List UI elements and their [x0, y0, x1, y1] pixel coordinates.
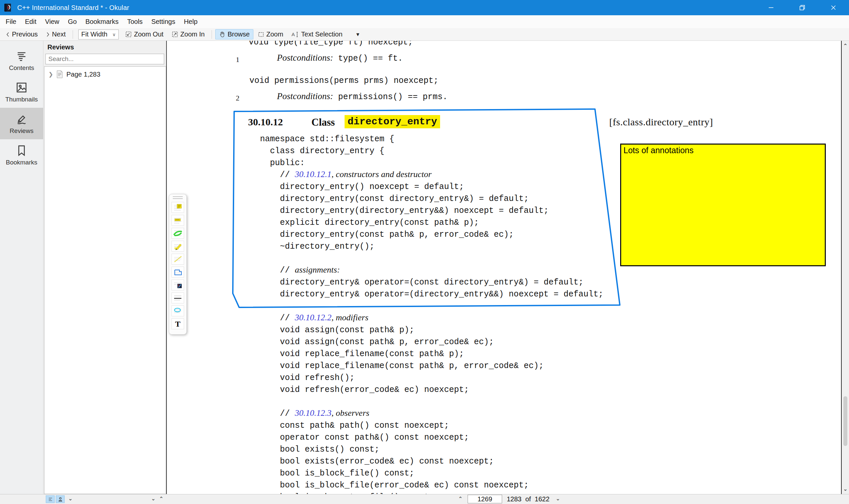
menu-item[interactable]: Settings	[147, 15, 179, 28]
code-line: // 30.10.12.2, modifiers	[260, 312, 603, 324]
zoom-marquee-icon	[258, 31, 264, 38]
toolbar-drag-handle[interactable]	[173, 196, 183, 199]
scroll-up-icon[interactable]: ⌃	[842, 43, 849, 49]
tool-stamp-button[interactable]	[171, 280, 184, 290]
close-icon	[830, 4, 837, 11]
code-line: // 30.10.12.1, constructors and destruct…	[260, 168, 603, 180]
menu-item[interactable]: Tools	[123, 15, 147, 28]
tool-inline-note-button[interactable]	[171, 215, 184, 226]
code-line: const path& path() const noexcept;	[260, 419, 603, 431]
previous-button[interactable]: Previous	[2, 29, 41, 39]
menu-bar: FileEditViewGoBookmarksToolsSettingsHelp	[0, 15, 849, 28]
code-line: // 30.10.12.3, observers	[260, 407, 603, 419]
code-line: namespace std::filesystem {	[260, 133, 603, 145]
tool-dropdown-arrow[interactable]: ▼	[356, 32, 361, 37]
collapse-all-icon[interactable]: ⌄	[151, 496, 156, 502]
restore-button[interactable]	[787, 0, 818, 15]
document-scrollbar[interactable]: ⌃ ⌄	[841, 41, 849, 494]
hand-browse-icon	[219, 31, 225, 38]
popup-note-icon	[173, 203, 183, 212]
tool-popup-note-button[interactable]	[171, 202, 184, 213]
reviews-tree-item[interactable]: ❯ Page 1,283	[44, 67, 166, 80]
sticky-note-annotation[interactable]: Lots of annotations	[620, 144, 826, 266]
tool-green-freehand-button[interactable]	[171, 228, 184, 239]
page-down-icon[interactable]: ⌄	[556, 496, 560, 502]
zoom-mode-combobox[interactable]: Fit Width ∨	[78, 30, 119, 39]
person-icon	[58, 497, 63, 502]
menu-item[interactable]: Edit	[21, 15, 40, 28]
code-line: void refresh();	[260, 371, 603, 383]
doc-postconditions-line: Postconditions: type() == ft.	[277, 53, 403, 63]
annotation-page-icon	[56, 70, 64, 78]
sidebar-item-label: Contents	[9, 64, 34, 72]
postconditions-label: Postconditions:	[277, 53, 333, 63]
text-selection-icon: A	[291, 31, 299, 38]
sidebar-item-reviews[interactable]: Reviews	[0, 108, 43, 139]
highlighted-class-name[interactable]: directory_entry	[345, 115, 440, 128]
expand-all-icon[interactable]: ⌃	[159, 496, 163, 502]
code-line: ~directory_entry();	[260, 240, 603, 252]
tool-typewriter-button[interactable]: T	[171, 318, 184, 329]
bookmarks-icon	[15, 144, 28, 157]
previous-label: Previous	[12, 31, 38, 38]
page-count-label: 1283 of 1622	[507, 496, 549, 503]
sidebar-item-contents[interactable]: Contents	[0, 45, 43, 76]
stamp-icon	[173, 281, 183, 289]
zoom-tool-button[interactable]: Zoom	[254, 29, 287, 39]
blue-polygon-icon	[173, 268, 183, 276]
okular-window: C++ International Standard * - Okular Fi…	[0, 0, 849, 504]
code-line: void refresh(error_code& ec) noexcept;	[260, 383, 603, 395]
expander-chevron-icon[interactable]: ❯	[49, 71, 53, 78]
code-line	[260, 252, 603, 264]
postconditions-label: Postconditions:	[277, 91, 333, 101]
reviews-panel: Reviews ❯ Page 1,283	[43, 41, 166, 494]
code-line: void replace_filename(const path& p);	[260, 347, 603, 359]
reviews-search-input[interactable]	[46, 54, 164, 64]
sidebar-item-label: Reviews	[10, 127, 34, 134]
code-line	[260, 395, 603, 407]
scroll-down-icon[interactable]: ⌄	[842, 486, 849, 492]
sidebar-item-bookmarks[interactable]: Bookmarks	[0, 139, 43, 171]
next-button[interactable]: Next	[42, 29, 69, 39]
doc-code-line: void permissions(perms prms) noexcept;	[249, 76, 438, 86]
sort-by-author-toggle[interactable]	[56, 496, 65, 503]
minimize-button[interactable]	[756, 0, 787, 15]
text-selection-label: Text Selection	[301, 31, 343, 38]
thumbnails-icon	[15, 81, 28, 94]
tool-black-underline-button[interactable]	[171, 292, 184, 303]
page-up-icon[interactable]: ⌃	[458, 496, 463, 502]
browse-label: Browse	[228, 31, 250, 38]
close-button[interactable]	[818, 0, 849, 15]
zoom-out-icon	[125, 31, 132, 38]
code-line: operator const path&() const noexcept;	[260, 431, 603, 443]
page-number-input[interactable]	[468, 495, 502, 503]
menu-item[interactable]: Help	[179, 15, 202, 28]
annotation-toolbar[interactable]: T	[169, 194, 187, 335]
zoom-in-button[interactable]: Zoom In	[168, 29, 208, 39]
sidebar-item-thumbnails[interactable]: Thumbnails	[0, 76, 43, 108]
browse-tool-button[interactable]: Browse	[215, 29, 253, 39]
chevron-left-icon	[6, 32, 10, 37]
zoom-mode-value: Fit Width	[81, 31, 107, 38]
tool-yellow-highlighter-button[interactable]	[171, 241, 184, 252]
menu-item[interactable]: Go	[64, 15, 81, 28]
document-view: void type(file_type ft) noexcept; 1 Post…	[166, 41, 849, 494]
code-line: bool is_character_file() const;	[260, 491, 603, 494]
sticky-note-text: Lots of annotations	[624, 146, 693, 155]
sidebar: Contents Thumbnails Reviews Bookmarks	[0, 41, 43, 494]
tool-straight-yellow-line-button[interactable]	[171, 254, 184, 265]
filter-dropdown-icon[interactable]: ⌄	[68, 496, 73, 502]
restore-icon	[799, 4, 806, 11]
code-line: // assignments:	[260, 264, 603, 276]
menu-item[interactable]: Bookmarks	[81, 15, 123, 28]
menu-item[interactable]: View	[41, 15, 64, 28]
sort-by-page-toggle[interactable]	[46, 496, 55, 503]
tool-blue-polygon-button[interactable]	[171, 267, 184, 277]
tool-cyan-ellipse-button[interactable]	[171, 305, 184, 316]
menu-item[interactable]: File	[1, 15, 21, 28]
scrollbar-thumb[interactable]	[843, 396, 847, 446]
zoom-out-button[interactable]: Zoom Out	[121, 29, 167, 39]
main-toolbar: Previous Next Fit Width ∨ Zoom Out Zoom …	[0, 28, 849, 41]
text-selection-tool-button[interactable]: A Text Selection	[288, 29, 346, 39]
yellow-highlighter-icon	[173, 242, 183, 250]
